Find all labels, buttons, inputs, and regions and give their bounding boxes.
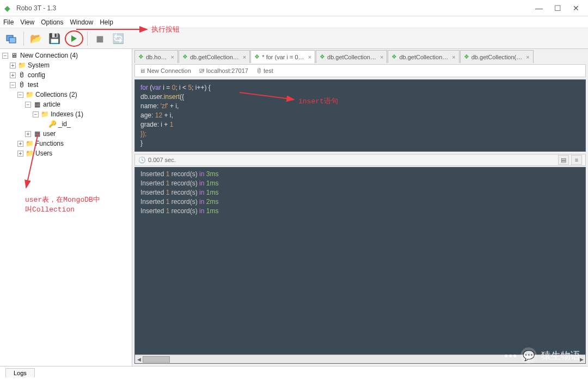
host-icon: 🖳 (199, 67, 206, 74)
key-icon: 🔑 (48, 120, 57, 128)
run-button[interactable] (65, 30, 83, 47)
view-tree-button[interactable]: ▤ (558, 155, 569, 165)
tree-users[interactable]: +📁Users (0, 148, 132, 158)
connect-button[interactable] (3, 30, 20, 47)
collection-icon: ▦ (33, 130, 41, 138)
close-icon[interactable]: × (171, 54, 174, 60)
breadcrumb: 🖥 New Connection 🖳 localhost:27017 🛢 tes… (134, 64, 586, 77)
close-icon[interactable]: × (243, 54, 246, 60)
leaf-icon: ❖ (464, 53, 469, 60)
close-icon[interactable]: × (380, 54, 383, 60)
database-icon: 🛢 (17, 81, 26, 89)
connections-tree: −🖥New Connection (4) +📁System +🛢config −… (0, 49, 132, 366)
separator (87, 32, 88, 46)
window-controls: — ☐ ✕ (535, 4, 580, 13)
database-icon: 🛢 (256, 67, 264, 74)
title-bar: ◆ Robo 3T - 1.3 — ☐ ✕ (0, 0, 588, 16)
clock-icon: 🕓 (138, 157, 146, 164)
code-editor[interactable]: for (var i = 0; i < 5; i++) { db.user.in… (134, 79, 586, 152)
main-area: −🖥New Connection (4) +📁System +🛢config −… (0, 49, 588, 366)
tree-item-config[interactable]: +🛢config (0, 70, 132, 80)
close-icon[interactable]: × (308, 54, 311, 60)
folder-icon: 📁 (25, 91, 34, 98)
menu-view[interactable]: View (20, 18, 34, 26)
tree-root-label: New Connection (4) (20, 52, 78, 59)
tab-4[interactable]: ❖db.getCollection…× (388, 50, 459, 63)
menu-help[interactable]: Help (100, 18, 113, 26)
leaf-icon: ❖ (182, 53, 188, 60)
tree-functions[interactable]: +📁Functions (0, 139, 132, 148)
view-text-button[interactable]: ≡ (571, 155, 582, 165)
scroll-left-icon[interactable]: ◀ (135, 355, 143, 364)
toolbar: 📂 💾 ◼ 🔄 (0, 28, 588, 49)
watermark: 💬 猿生物语 (505, 347, 580, 364)
open-button[interactable]: 📂 (28, 30, 44, 47)
tab-strip: ❖db.ho…× ❖db.getCollection…× ❖* for (var… (132, 49, 588, 63)
close-icon[interactable]: × (526, 54, 529, 60)
save-button[interactable]: 💾 (46, 30, 63, 47)
bottom-tabs: Logs (0, 366, 588, 379)
maximize-button[interactable]: ☐ (553, 4, 562, 13)
folder-icon: 📁 (40, 110, 49, 118)
tab-0[interactable]: ❖db.ho…× (134, 50, 178, 63)
scroll-thumb[interactable] (143, 356, 170, 363)
database-icon: 🛢 (17, 71, 26, 79)
leaf-icon: ❖ (320, 53, 325, 60)
separator (23, 32, 24, 46)
menu-window[interactable]: Window (70, 18, 94, 26)
wechat-icon: 💬 (520, 347, 537, 364)
tree-item-system[interactable]: +📁System (0, 60, 132, 70)
tree-article[interactable]: −▦article (0, 100, 132, 109)
close-button[interactable]: ✕ (572, 4, 580, 13)
watermark-text: 猿生物语 (541, 349, 580, 362)
minimize-button[interactable]: — (535, 4, 543, 13)
stop-button[interactable]: ◼ (91, 30, 108, 47)
tab-2[interactable]: ❖* for (var i = 0…× (250, 50, 315, 63)
close-icon[interactable]: × (452, 54, 455, 60)
leaf-icon: ❖ (254, 53, 260, 60)
exec-time: 0.007 sec. (148, 157, 176, 163)
server-icon: 🖥 (10, 52, 19, 59)
server-icon: 🖥 (139, 67, 147, 74)
refresh-button[interactable]: 🔄 (110, 30, 126, 47)
tree-item-test[interactable]: −🛢test (0, 80, 132, 90)
folder-icon: 📁 (25, 140, 34, 147)
svg-rect-1 (9, 38, 16, 43)
menu-file[interactable]: File (3, 18, 14, 26)
tree-id-index[interactable]: 🔑_id_ (0, 119, 132, 129)
leaf-icon: ❖ (391, 53, 397, 60)
tree-collections[interactable]: −📁Collections (2) (0, 90, 132, 100)
status-bar: 🕓 0.007 sec. ▤ ≡ (134, 154, 586, 166)
tree-user[interactable]: +▦user (0, 129, 132, 139)
tab-3[interactable]: ❖db.getCollection…× (316, 50, 387, 63)
svg-marker-2 (71, 35, 77, 42)
editor-panel: ❖db.ho…× ❖db.getCollection…× ❖* for (var… (132, 49, 588, 366)
tree-indexes[interactable]: −📁Indexes (1) (0, 109, 132, 119)
tab-5[interactable]: ❖db.getCollection(…× (460, 50, 534, 63)
folder-icon: 📁 (17, 61, 26, 69)
leaf-icon: ❖ (138, 53, 144, 60)
menu-options[interactable]: Options (41, 18, 63, 26)
tree-root[interactable]: −🖥New Connection (4) (0, 51, 132, 60)
menu-bar: File View Options Window Help (0, 16, 588, 28)
app-icon: ◆ (4, 4, 13, 13)
collection-icon: ▦ (33, 101, 41, 108)
tab-1[interactable]: ❖db.getCollection…× (179, 50, 250, 63)
folder-icon: 📁 (25, 150, 34, 157)
window-title: Robo 3T - 1.3 (16, 4, 535, 12)
logs-tab[interactable]: Logs (5, 368, 35, 377)
output-panel[interactable]: Inserted 1 record(s) in 3msInserted 1 re… (134, 167, 586, 364)
